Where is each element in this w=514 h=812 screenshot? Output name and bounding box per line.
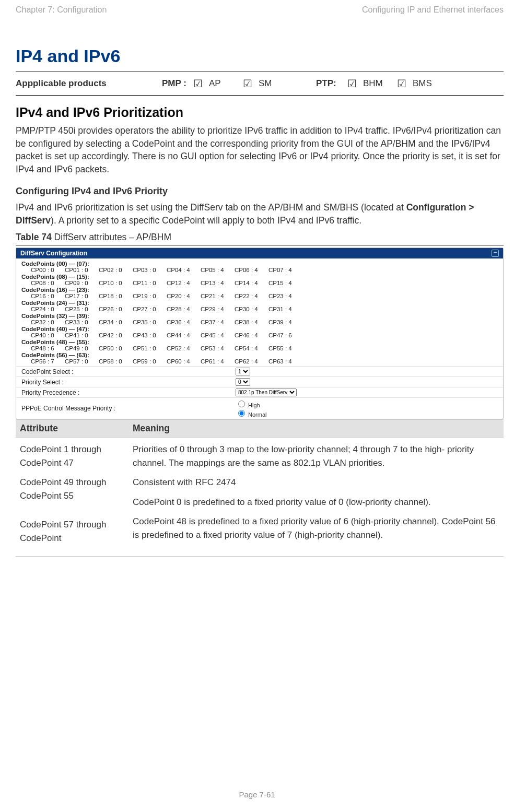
codepoint-value: CP18 : 0: [99, 293, 133, 299]
codepoint-value: CP13 : 4: [201, 280, 235, 286]
attr-meaning-4: CodePoint 48 is predefined to a fixed pr…: [133, 515, 499, 542]
priority-precedence-select[interactable]: 802.1p Then DiffServ: [236, 389, 297, 396]
collapse-icon[interactable]: −: [492, 250, 499, 257]
page-header: Chapter 7: Configuration Configuring IP …: [16, 5, 504, 46]
section-heading: IPv4 and IPv6 Prioritization: [16, 105, 504, 120]
paragraph: IPv4 and IPv6 prioritization is set usin…: [16, 201, 504, 227]
codepoint-value: CP05 : 4: [201, 267, 235, 273]
codepoint-row: CP48 : 6CP49 : 0CP50 : 0CP51 : 0CP52 : 4…: [21, 345, 498, 352]
codepoint-value: CP38 : 4: [235, 319, 268, 325]
attr-name-1: CodePoint 1 through CodePoint 47: [20, 443, 124, 469]
paragraph: PMP/PTP 450i provides operators the abil…: [16, 124, 504, 175]
codepoint-value: CP27 : 0: [133, 306, 167, 312]
codepoint-group-label: CodePoints (56) — (63):: [21, 352, 498, 358]
codepoint-group-label: CodePoints (32) — (39):: [21, 313, 498, 319]
ap-text: AP: [209, 78, 243, 89]
pppoe-priority-row: PPPoE Control Message Priority : High No…: [16, 397, 503, 419]
codepoint-value: CP25 : 0: [65, 306, 99, 312]
priority-select-row: Priority Select : 0: [16, 376, 503, 387]
pppoe-priority-label: PPPoE Control Message Priority :: [21, 405, 236, 412]
codepoint-row: CP32 : 0CP33 : 0CP34 : 0CP35 : 0CP36 : 4…: [21, 319, 498, 326]
priority-select-label: Priority Select :: [21, 379, 236, 386]
check-icon: ☑: [243, 77, 259, 90]
codepoint-value: CP36 : 4: [167, 319, 201, 325]
codepoint-value: CP62 : 4: [235, 358, 268, 364]
codepoint-value: CP33 : 0: [65, 319, 99, 325]
priority-select[interactable]: 0: [236, 378, 250, 386]
codepoint-group-label: CodePoints (48) — (55):: [21, 339, 498, 345]
codepoint-value: CP32 : 0: [31, 319, 65, 325]
check-icon: ☑: [193, 77, 209, 90]
p2-pre: IPv4 and IPv6 prioritization is set usin…: [16, 202, 406, 213]
codepoint-value: CP29 : 4: [201, 306, 235, 312]
table-ref-bold: Table 74: [16, 232, 52, 242]
codepoint-value: CP39 : 4: [268, 319, 302, 325]
codepoint-value: CP46 : 4: [235, 332, 268, 338]
attribute-table-header: Attribute Meaning: [16, 419, 504, 438]
codepoint-select-row: CodePoint Select : 1: [16, 366, 503, 376]
codepoint-value: CP01 : 0: [65, 267, 99, 273]
codepoint-value: CP31 : 4: [268, 306, 302, 312]
codepoint-value: CP44 : 4: [167, 332, 201, 338]
codepoint-value: CP45 : 4: [201, 332, 235, 338]
codepoint-value: CP20 : 4: [167, 293, 201, 299]
codepoint-value: CP19 : 0: [133, 293, 167, 299]
pppoe-high-radio[interactable]: [238, 401, 245, 407]
codepoint-value: CP34 : 0: [99, 319, 133, 325]
codepoint-value: CP43 : 0: [133, 332, 167, 338]
codepoint-value: CP02 : 0: [99, 267, 133, 273]
diffserv-panel: DiffServ Configuration − CodePoints (00)…: [16, 248, 504, 419]
codepoint-value: CP10 : 0: [99, 280, 133, 286]
diffserv-content: CodePoints (00) — (07):CP00 : 0CP01 : 0C…: [16, 258, 503, 366]
diffserv-titlebar: DiffServ Configuration −: [16, 248, 503, 258]
attr-meaning-2: Consistent with RFC 2474: [133, 476, 499, 489]
pppoe-normal-option[interactable]: Normal: [236, 408, 267, 418]
pppoe-high-option[interactable]: High: [236, 399, 267, 408]
codepoint-value: CP59 : 0: [133, 358, 167, 364]
codepoint-value: CP08 : 0: [31, 280, 65, 286]
codepoint-value: CP17 : 0: [65, 293, 99, 299]
codepoint-value: CP21 : 4: [201, 293, 235, 299]
attr-head-meaning: Meaning: [128, 420, 504, 437]
attr-name-2: CodePoint 49 through CodePoint 55: [20, 476, 124, 502]
attr-name-3: CodePoint 57 through CodePoint: [20, 518, 124, 545]
attribute-names-column: CodePoint 1 through CodePoint 47 CodePoi…: [16, 443, 128, 551]
subsection-heading: Configuring IPv4 and IPv6 Priority: [16, 186, 504, 197]
codepoint-value: CP54 : 4: [235, 345, 268, 351]
page-title: IP4 and IPv6: [16, 46, 504, 66]
codepoint-value: CP60 : 4: [167, 358, 201, 364]
bhm-text: BHM: [363, 78, 397, 89]
table-reference: Table 74 DiffServ attributes – AP/BHM: [16, 232, 504, 245]
check-icon: ☑: [347, 77, 363, 90]
codepoint-group-label: CodePoints (16) — (23):: [21, 287, 498, 293]
priority-precedence-row: Priority Precedence : 802.1p Then DiffSe…: [16, 387, 503, 397]
codepoint-value: CP22 : 4: [235, 293, 268, 299]
codepoint-row: CP24 : 0CP25 : 0CP26 : 0CP27 : 0CP28 : 4…: [21, 306, 498, 313]
p2-post: ). A priority set to a specific CodePoin…: [51, 215, 361, 226]
codepoint-value: CP03 : 0: [133, 267, 167, 273]
codepoint-value: CP57 : 0: [65, 358, 99, 364]
codepoint-value: CP16 : 0: [31, 293, 65, 299]
codepoint-row: CP56 : 7CP57 : 0CP58 : 0CP59 : 0CP60 : 4…: [21, 358, 498, 365]
codepoint-select[interactable]: 1: [236, 368, 250, 375]
codepoint-value: CP07 : 4: [268, 267, 302, 273]
codepoint-value: CP56 : 7: [31, 358, 65, 364]
codepoint-value: CP47 : 6: [268, 332, 302, 338]
codepoint-value: CP52 : 4: [167, 345, 201, 351]
header-left: Chapter 7: Configuration: [16, 5, 107, 15]
codepoint-value: CP35 : 0: [133, 319, 167, 325]
codepoint-group-label: CodePoints (24) — (31):: [21, 300, 498, 306]
codepoint-group-label: CodePoints (40) — (47):: [21, 326, 498, 332]
codepoint-value: CP58 : 0: [99, 358, 133, 364]
codepoint-value: CP51 : 0: [133, 345, 167, 351]
bms-text: BMS: [413, 78, 447, 89]
codepoint-select-label: CodePoint Select :: [21, 368, 236, 375]
codepoint-value: CP50 : 0: [99, 345, 133, 351]
codepoint-row: CP16 : 0CP17 : 0CP18 : 0CP19 : 0CP20 : 4…: [21, 293, 498, 300]
priority-precedence-label: Priority Precedence :: [21, 389, 236, 396]
codepoint-value: CP40 : 0: [31, 332, 65, 338]
codepoint-group-label: CodePoints (08) — (15):: [21, 274, 498, 280]
attribute-table-body: CodePoint 1 through CodePoint 47 CodePoi…: [16, 438, 504, 557]
codepoint-value: CP14 : 4: [235, 280, 268, 286]
pppoe-normal-radio[interactable]: [238, 410, 245, 417]
